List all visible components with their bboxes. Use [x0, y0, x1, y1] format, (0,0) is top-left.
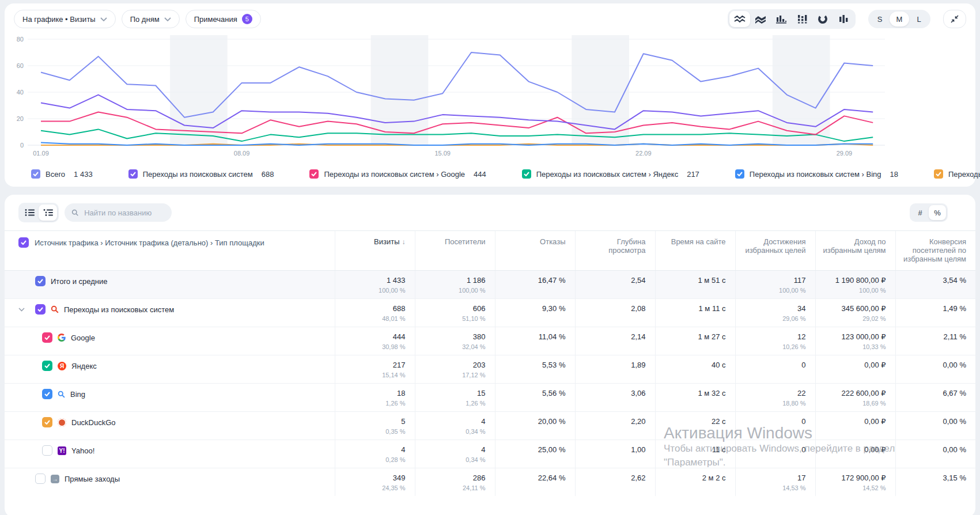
chart-type-stacked-area-button[interactable] — [750, 11, 771, 27]
cell-value: 40 с — [661, 360, 726, 370]
dimension-header[interactable]: Источник трафика › Источник трафика (дет… — [35, 238, 264, 247]
size-s-button[interactable]: S — [870, 12, 890, 26]
row-label[interactable]: DuckDuckGo — [71, 418, 116, 427]
row-checkbox[interactable] — [42, 389, 52, 399]
metric-selector-button[interactable]: На графике • Визиты — [14, 10, 116, 28]
table-row[interactable]: DuckDuckGo50,35 %40,34 %20,00 %2,2022 с0… — [5, 412, 975, 440]
metric-cell: 3,54 % — [895, 271, 975, 299]
legend-checkbox[interactable] — [128, 169, 138, 179]
cell-value: 5,53 % — [501, 360, 566, 370]
legend-item[interactable]: Переходы из поисковых систем › Яндекс217 — [522, 169, 699, 179]
percents-toggle-button[interactable]: % — [929, 205, 946, 220]
flat-list-view-button[interactable] — [20, 205, 39, 221]
column-header[interactable]: Отказы — [495, 231, 575, 271]
cell-percent: 18,80 % — [741, 400, 806, 407]
notes-button[interactable]: Примечания 5 — [186, 10, 261, 28]
cell-value: 117 — [741, 275, 806, 285]
table-row[interactable]: Переходы из поисковых систем68848,01 %60… — [5, 299, 975, 327]
row-label[interactable]: Яндекс — [71, 362, 97, 370]
row-checkbox[interactable] — [42, 445, 52, 456]
row-checkbox[interactable] — [35, 276, 46, 286]
row-label[interactable]: Прямые заходы — [65, 475, 120, 483]
column-header[interactable]: Визиты↓ — [335, 231, 415, 271]
table-row[interactable]: Y!Yahoo!40,28 %40,34 %25,00 %1,0011 с00,… — [5, 440, 975, 468]
legend-item[interactable]: Переходы из поисковых систем › DuckDuckG… — [934, 169, 980, 179]
row-label[interactable]: Переходы из поисковых систем — [64, 305, 174, 314]
column-header[interactable]: Достижения избранных целей — [735, 231, 815, 271]
row-checkbox[interactable] — [42, 417, 52, 427]
legend-item[interactable]: Всего1 433 — [31, 169, 93, 179]
metric-cell: 21715,14 % — [335, 355, 415, 384]
cell-percent: 0,34 % — [421, 428, 486, 436]
legend-label: Всего — [46, 170, 65, 179]
table-row[interactable]: Итого и средние1 433100,00 %1 186100,00 … — [5, 271, 975, 299]
row-checkbox[interactable] — [35, 304, 46, 315]
chart-toolbar: На графике • Визиты По дням Примечания 5… — [14, 9, 966, 29]
legend-value: 444 — [474, 170, 486, 179]
cell-value: 5,56 % — [501, 388, 566, 398]
row-label[interactable]: Итого и средние — [51, 277, 107, 286]
cell-value: 9,30 % — [501, 304, 566, 313]
cell-value: 203 — [421, 360, 486, 370]
row-checkbox[interactable] — [42, 332, 52, 343]
table-row[interactable]: ЯЯндекс21715,14 %20317,12 %5,53 %1,8940 … — [5, 355, 975, 384]
column-header[interactable]: Время на сайте — [655, 231, 735, 271]
search-input[interactable] — [83, 208, 165, 218]
chart-type-bars-button[interactable] — [771, 11, 792, 27]
chart-type-pie-button[interactable] — [812, 11, 833, 27]
legend-checkbox[interactable] — [522, 169, 531, 179]
metric-cell: 68848,01 % — [335, 299, 415, 327]
y-axis-tick: 40 — [17, 89, 24, 96]
size-m-button[interactable]: M — [890, 12, 909, 26]
table-row[interactable]: →Прямые заходы34924,35 %28624,11 %22,64 … — [5, 468, 975, 497]
collapse-chart-button[interactable] — [943, 10, 966, 28]
column-header[interactable]: Посетители — [415, 231, 495, 271]
period-selector-button[interactable]: По дням — [122, 10, 180, 28]
sort-descending-icon: ↓ — [402, 238, 406, 246]
metric-cell: 22 с — [655, 412, 735, 440]
column-header[interactable]: Доход по избранным целям — [815, 231, 895, 271]
cell-value: 0,00 ₽ — [822, 360, 886, 370]
cell-percent: 1,26 % — [421, 400, 486, 407]
cell-percent: 1,26 % — [341, 400, 406, 407]
numbers-toggle-button[interactable]: # — [911, 205, 929, 220]
legend-checkbox[interactable] — [309, 169, 319, 179]
legend-item[interactable]: Переходы из поисковых систем688 — [128, 169, 274, 179]
table-row[interactable]: Google44430,98 %38032,04 %11,04 %2,141 м… — [5, 327, 975, 355]
chart-type-columns-button[interactable] — [833, 11, 854, 27]
size-l-button[interactable]: L — [909, 12, 929, 26]
search-field[interactable] — [65, 203, 172, 222]
visits-chart[interactable]: 02040608001.0908.0915.0922.0929.09 — [14, 32, 966, 161]
cell-percent: 24,11 % — [421, 484, 486, 492]
cell-value: 3,06 — [581, 388, 646, 398]
search-icon — [71, 209, 78, 217]
row-checkbox[interactable] — [35, 474, 46, 484]
flat-list-icon — [25, 209, 35, 217]
legend-item[interactable]: Переходы из поисковых систем › Google444 — [309, 169, 486, 179]
chart-type-stacked-bars-button[interactable] — [792, 11, 812, 27]
legend-checkbox[interactable] — [31, 169, 40, 179]
row-label[interactable]: Bing — [70, 390, 85, 399]
legend-checkbox[interactable] — [735, 169, 744, 179]
metric-cell: 6,67 % — [895, 384, 975, 412]
column-header[interactable]: Глубина просмотра — [575, 231, 655, 271]
tree-list-view-button[interactable] — [39, 205, 57, 221]
select-all-checkbox[interactable] — [18, 237, 29, 248]
cell-value: 1 м 27 с — [661, 332, 726, 342]
cell-percent: 100,00 % — [341, 287, 406, 294]
column-header[interactable]: Конверсия посетителей по избранным целям — [895, 231, 975, 271]
chart-type-line-button[interactable] — [729, 11, 750, 27]
cell-value: 0,00 % — [902, 445, 967, 455]
metric-cell: 2,54 — [575, 271, 655, 299]
legend-item[interactable]: Переходы из поисковых систем › Bing18 — [735, 169, 898, 179]
cell-value: 22 с — [661, 416, 726, 426]
table-row[interactable]: Bing181,26 %151,26 %5,56 %3,061 м 32 с22… — [5, 384, 975, 412]
legend-checkbox[interactable] — [934, 169, 943, 179]
row-checkbox[interactable] — [42, 361, 52, 371]
row-expand-chevron[interactable] — [18, 308, 30, 312]
cell-value: 0,00 % — [902, 416, 967, 426]
cell-percent: 24,35 % — [341, 484, 406, 492]
row-label[interactable]: Yahoo! — [71, 446, 94, 455]
row-label[interactable]: Google — [71, 334, 95, 342]
metric-cell: 11 с — [655, 440, 735, 468]
